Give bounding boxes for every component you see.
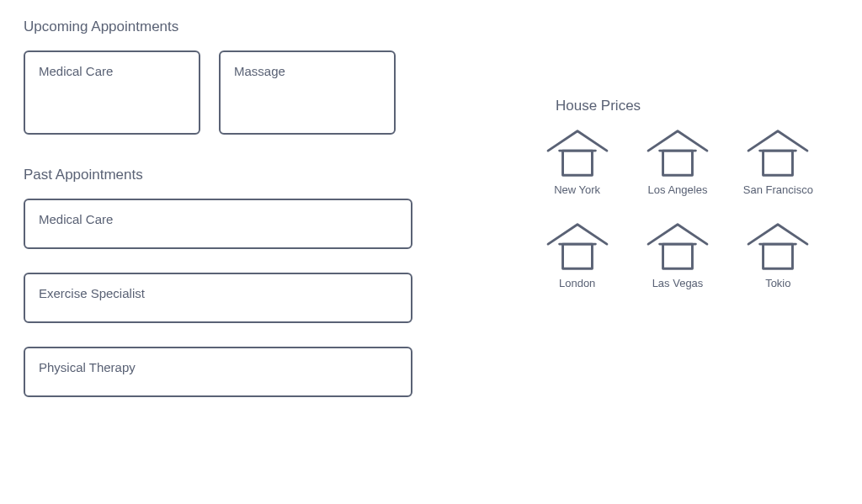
- house-icon: [645, 126, 710, 180]
- svg-rect-7: [562, 244, 592, 268]
- house-caption: London: [559, 277, 595, 289]
- past-card-label: Medical Care: [39, 212, 397, 226]
- upcoming-card-label: Medical Care: [39, 64, 185, 78]
- house-caption: Las Vegas: [652, 277, 704, 289]
- house-prices-panel: House Prices New York Los Angeles: [539, 98, 842, 289]
- upcoming-card-medical-care[interactable]: Medical Care: [24, 50, 200, 135]
- house-caption: Los Angeles: [648, 183, 708, 196]
- house-icon: [545, 220, 610, 273]
- house-item-los-angeles[interactable]: Los Angeles: [639, 126, 716, 196]
- past-card-medical-care[interactable]: Medical Care: [24, 199, 412, 249]
- svg-rect-1: [562, 151, 592, 175]
- house-grid: New York Los Angeles San Francisco: [539, 126, 817, 289]
- svg-rect-3: [663, 151, 693, 175]
- house-item-tokio[interactable]: Tokio: [740, 220, 817, 289]
- house-icon: [745, 220, 811, 273]
- house-caption: New York: [554, 183, 600, 196]
- house-icon: [545, 126, 610, 180]
- svg-rect-9: [663, 244, 693, 268]
- house-item-las-vegas[interactable]: Las Vegas: [639, 220, 716, 289]
- appointments-panel: Upcoming Appointments Medical Care Massa…: [24, 19, 419, 397]
- house-icon: [745, 126, 811, 180]
- house-item-london[interactable]: London: [539, 220, 615, 289]
- svg-rect-11: [764, 244, 793, 268]
- house-item-san-francisco[interactable]: San Francisco: [740, 126, 817, 196]
- house-caption: Tokio: [765, 277, 790, 289]
- past-title: Past Appointments: [24, 167, 419, 183]
- house-caption: San Francisco: [743, 183, 813, 196]
- upcoming-card-label: Massage: [234, 64, 380, 78]
- house-prices-title: House Prices: [556, 98, 842, 114]
- upcoming-card-massage[interactable]: Massage: [219, 50, 396, 135]
- upcoming-title: Upcoming Appointments: [24, 19, 419, 35]
- past-list: Medical Care Exercise Specialist Physica…: [24, 199, 419, 397]
- past-card-physical-therapy[interactable]: Physical Therapy: [24, 347, 412, 397]
- house-item-new-york[interactable]: New York: [539, 126, 615, 196]
- past-card-label: Exercise Specialist: [39, 286, 397, 300]
- past-card-exercise-specialist[interactable]: Exercise Specialist: [24, 273, 412, 323]
- house-icon: [645, 220, 710, 273]
- svg-rect-5: [764, 151, 793, 175]
- past-card-label: Physical Therapy: [39, 360, 397, 374]
- upcoming-row: Medical Care Massage: [24, 50, 419, 135]
